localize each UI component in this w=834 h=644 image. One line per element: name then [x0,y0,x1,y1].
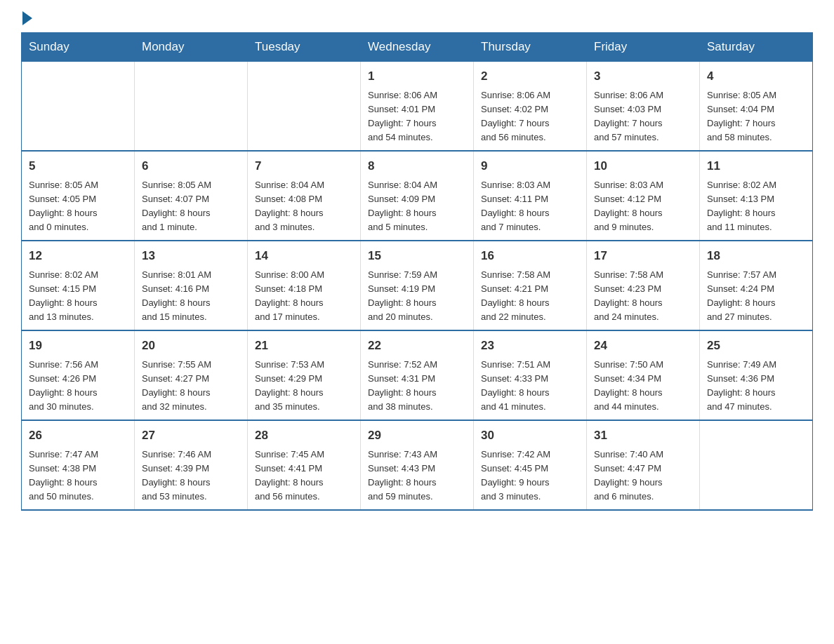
day-number: 5 [29,157,127,175]
day-number: 1 [368,67,466,86]
day-number: 16 [481,247,579,265]
day-info: Sunrise: 7:53 AM Sunset: 4:29 PM Dayligh… [255,359,324,412]
day-info: Sunrise: 7:58 AM Sunset: 4:23 PM Dayligh… [594,269,663,322]
calendar-day-cell [135,62,248,152]
calendar-day-cell: 11Sunrise: 8:02 AM Sunset: 4:13 PM Dayli… [700,151,813,241]
calendar-day-cell: 20Sunrise: 7:55 AM Sunset: 4:27 PM Dayli… [135,330,248,420]
day-number: 18 [707,247,805,265]
calendar-day-cell: 22Sunrise: 7:52 AM Sunset: 4:31 PM Dayli… [361,330,474,420]
calendar-day-cell: 9Sunrise: 8:03 AM Sunset: 4:11 PM Daylig… [474,151,587,241]
day-number: 17 [594,247,692,265]
weekday-header-friday: Friday [587,33,700,62]
calendar-day-cell: 16Sunrise: 7:58 AM Sunset: 4:21 PM Dayli… [474,241,587,330]
day-number: 21 [255,337,353,355]
day-info: Sunrise: 7:59 AM Sunset: 4:19 PM Dayligh… [368,269,437,322]
calendar-day-cell: 13Sunrise: 8:01 AM Sunset: 4:16 PM Dayli… [135,241,248,330]
day-info: Sunrise: 7:45 AM Sunset: 4:41 PM Dayligh… [255,449,324,502]
day-info: Sunrise: 8:03 AM Sunset: 4:12 PM Dayligh… [594,180,663,232]
calendar-day-cell: 7Sunrise: 8:04 AM Sunset: 4:08 PM Daylig… [248,151,361,241]
calendar-week-row: 1Sunrise: 8:06 AM Sunset: 4:01 PM Daylig… [22,62,813,152]
day-info: Sunrise: 8:01 AM Sunset: 4:16 PM Dayligh… [142,269,211,322]
day-number: 29 [368,427,466,445]
day-number: 2 [481,67,579,86]
calendar-day-cell: 25Sunrise: 7:49 AM Sunset: 4:36 PM Dayli… [700,330,813,420]
weekday-header-sunday: Sunday [22,33,135,62]
day-number: 23 [481,337,579,355]
day-number: 30 [481,427,579,445]
calendar-day-cell [22,62,135,152]
day-info: Sunrise: 8:05 AM Sunset: 4:04 PM Dayligh… [707,90,776,142]
day-info: Sunrise: 8:05 AM Sunset: 4:07 PM Dayligh… [142,180,211,232]
day-info: Sunrise: 8:02 AM Sunset: 4:13 PM Dayligh… [707,180,776,232]
day-info: Sunrise: 7:47 AM Sunset: 4:38 PM Dayligh… [29,449,98,502]
weekday-header-thursday: Thursday [474,33,587,62]
day-info: Sunrise: 8:05 AM Sunset: 4:05 PM Dayligh… [29,180,98,232]
day-number: 10 [594,157,692,175]
day-number: 14 [255,247,353,265]
day-info: Sunrise: 7:42 AM Sunset: 4:45 PM Dayligh… [481,449,550,502]
day-number: 4 [707,67,805,86]
calendar-day-cell: 29Sunrise: 7:43 AM Sunset: 4:43 PM Dayli… [361,420,474,510]
day-number: 19 [29,337,127,355]
calendar-day-cell: 28Sunrise: 7:45 AM Sunset: 4:41 PM Dayli… [248,420,361,510]
calendar-day-cell: 30Sunrise: 7:42 AM Sunset: 4:45 PM Dayli… [474,420,587,510]
weekday-header-row: SundayMondayTuesdayWednesdayThursdayFrid… [22,33,813,62]
calendar-day-cell: 18Sunrise: 7:57 AM Sunset: 4:24 PM Dayli… [700,241,813,330]
calendar-day-cell: 8Sunrise: 8:04 AM Sunset: 4:09 PM Daylig… [361,151,474,241]
day-info: Sunrise: 8:04 AM Sunset: 4:08 PM Dayligh… [255,180,324,232]
day-number: 31 [594,427,692,445]
calendar-day-cell: 14Sunrise: 8:00 AM Sunset: 4:18 PM Dayli… [248,241,361,330]
calendar-day-cell: 17Sunrise: 7:58 AM Sunset: 4:23 PM Dayli… [587,241,700,330]
calendar-week-row: 26Sunrise: 7:47 AM Sunset: 4:38 PM Dayli… [22,420,813,510]
logo[interactable] [21,14,32,25]
calendar-day-cell: 2Sunrise: 8:06 AM Sunset: 4:02 PM Daylig… [474,62,587,152]
weekday-header-saturday: Saturday [700,33,813,62]
day-number: 3 [594,67,692,86]
day-info: Sunrise: 7:58 AM Sunset: 4:21 PM Dayligh… [481,269,550,322]
day-number: 24 [594,337,692,355]
day-number: 9 [481,157,579,175]
logo-arrow-icon [22,11,32,25]
day-number: 7 [255,157,353,175]
day-info: Sunrise: 8:06 AM Sunset: 4:01 PM Dayligh… [368,90,437,142]
calendar-day-cell [248,62,361,152]
day-number: 27 [142,427,240,445]
calendar-week-row: 19Sunrise: 7:56 AM Sunset: 4:26 PM Dayli… [22,330,813,420]
day-number: 15 [368,247,466,265]
calendar-day-cell: 4Sunrise: 8:05 AM Sunset: 4:04 PM Daylig… [700,62,813,152]
calendar-day-cell: 15Sunrise: 7:59 AM Sunset: 4:19 PM Dayli… [361,241,474,330]
page-header [21,14,813,25]
calendar-day-cell: 6Sunrise: 8:05 AM Sunset: 4:07 PM Daylig… [135,151,248,241]
calendar-day-cell: 10Sunrise: 8:03 AM Sunset: 4:12 PM Dayli… [587,151,700,241]
day-number: 8 [368,157,466,175]
day-info: Sunrise: 8:04 AM Sunset: 4:09 PM Dayligh… [368,180,437,232]
day-number: 11 [707,157,805,175]
day-info: Sunrise: 7:46 AM Sunset: 4:39 PM Dayligh… [142,449,211,502]
day-number: 20 [142,337,240,355]
day-info: Sunrise: 8:00 AM Sunset: 4:18 PM Dayligh… [255,269,324,322]
calendar-day-cell: 19Sunrise: 7:56 AM Sunset: 4:26 PM Dayli… [22,330,135,420]
day-info: Sunrise: 7:43 AM Sunset: 4:43 PM Dayligh… [368,449,437,502]
calendar-day-cell: 12Sunrise: 8:02 AM Sunset: 4:15 PM Dayli… [22,241,135,330]
calendar-day-cell: 3Sunrise: 8:06 AM Sunset: 4:03 PM Daylig… [587,62,700,152]
calendar-day-cell: 31Sunrise: 7:40 AM Sunset: 4:47 PM Dayli… [587,420,700,510]
calendar-day-cell: 21Sunrise: 7:53 AM Sunset: 4:29 PM Dayli… [248,330,361,420]
day-info: Sunrise: 7:51 AM Sunset: 4:33 PM Dayligh… [481,359,550,412]
day-number: 13 [142,247,240,265]
day-info: Sunrise: 7:57 AM Sunset: 4:24 PM Dayligh… [707,269,776,322]
calendar-day-cell: 24Sunrise: 7:50 AM Sunset: 4:34 PM Dayli… [587,330,700,420]
day-info: Sunrise: 8:02 AM Sunset: 4:15 PM Dayligh… [29,269,98,322]
calendar-day-cell: 5Sunrise: 8:05 AM Sunset: 4:05 PM Daylig… [22,151,135,241]
calendar-day-cell [700,420,813,510]
weekday-header-wednesday: Wednesday [361,33,474,62]
calendar-week-row: 12Sunrise: 8:02 AM Sunset: 4:15 PM Dayli… [22,241,813,330]
day-info: Sunrise: 7:40 AM Sunset: 4:47 PM Dayligh… [594,449,663,502]
day-info: Sunrise: 7:50 AM Sunset: 4:34 PM Dayligh… [594,359,663,412]
calendar-day-cell: 23Sunrise: 7:51 AM Sunset: 4:33 PM Dayli… [474,330,587,420]
day-info: Sunrise: 7:55 AM Sunset: 4:27 PM Dayligh… [142,359,211,412]
calendar-week-row: 5Sunrise: 8:05 AM Sunset: 4:05 PM Daylig… [22,151,813,241]
day-number: 28 [255,427,353,445]
weekday-header-monday: Monday [135,33,248,62]
day-info: Sunrise: 8:03 AM Sunset: 4:11 PM Dayligh… [481,180,550,232]
day-info: Sunrise: 7:56 AM Sunset: 4:26 PM Dayligh… [29,359,98,412]
